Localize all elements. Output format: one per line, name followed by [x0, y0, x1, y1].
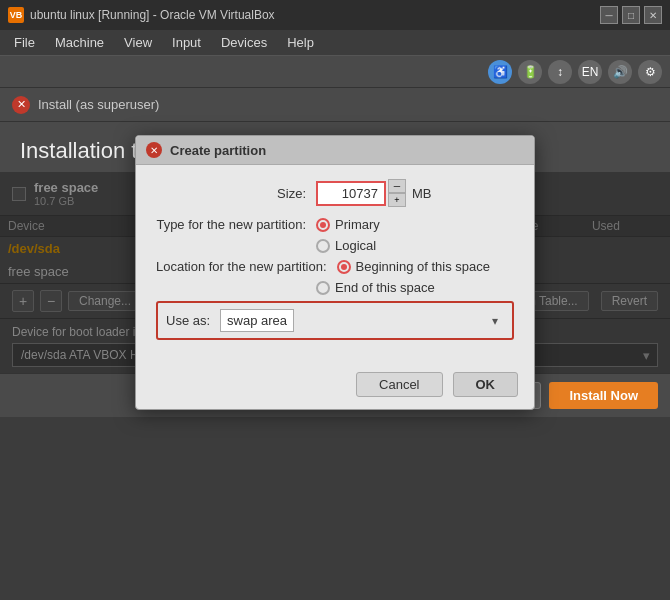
end-row: End of this space — [156, 280, 514, 295]
speaker-icon[interactable]: 🔊 — [608, 60, 632, 84]
radio-end[interactable]: End of this space — [316, 280, 435, 295]
end-radio-icon[interactable] — [316, 281, 330, 295]
keyboard-icon[interactable]: EN — [578, 60, 602, 84]
use-as-select-wrapper[interactable]: swap area — [220, 309, 504, 332]
install-now-button[interactable]: Install Now — [549, 382, 658, 409]
menu-bar: File Machine View Input Devices Help — [0, 30, 670, 56]
radio-primary[interactable]: Primary — [316, 217, 380, 232]
dialog-buttons: Cancel OK — [136, 364, 534, 409]
dialog-content: Size: ─ + MB Type for the new partition:… — [136, 165, 534, 364]
location-row: Location for the new partition: Beginnin… — [156, 259, 514, 274]
beginning-radio-icon[interactable] — [337, 260, 351, 274]
logical-row: Logical — [156, 238, 514, 253]
battery-icon[interactable]: 🔋 — [518, 60, 542, 84]
dialog-overlay: ✕ Create partition Size: ─ + MB Type — [0, 172, 670, 373]
dialog-title: Create partition — [170, 143, 266, 158]
size-unit: MB — [412, 186, 432, 201]
cancel-button[interactable]: Cancel — [356, 372, 442, 397]
dialog-close-button[interactable]: ✕ — [146, 142, 162, 158]
radio-logical[interactable]: Logical — [316, 238, 376, 253]
logical-radio-icon[interactable] — [316, 239, 330, 253]
menu-machine[interactable]: Machine — [45, 33, 114, 52]
radio-beginning[interactable]: Beginning of this space — [337, 259, 490, 274]
menu-file[interactable]: File — [4, 33, 45, 52]
install-header-text: Install (as superuser) — [38, 97, 159, 112]
close-button[interactable]: ✕ — [644, 6, 662, 24]
menu-devices[interactable]: Devices — [211, 33, 277, 52]
network-icon[interactable]: ↕ — [548, 60, 572, 84]
title-bar: VB ubuntu linux [Running] - Oracle VM Vi… — [0, 0, 670, 30]
type-label: Type for the new partition: — [156, 217, 316, 232]
title-bar-left: VB ubuntu linux [Running] - Oracle VM Vi… — [8, 7, 275, 23]
location-label: Location for the new partition: — [156, 259, 337, 274]
logical-label: Logical — [335, 238, 376, 253]
size-increase-button[interactable]: + — [388, 193, 406, 207]
end-label: End of this space — [335, 280, 435, 295]
use-as-select[interactable]: swap area — [220, 309, 294, 332]
size-row: Size: ─ + MB — [156, 179, 514, 207]
menu-help[interactable]: Help — [277, 33, 324, 52]
settings-icon[interactable]: ⚙ — [638, 60, 662, 84]
install-status-icon: ✕ — [12, 96, 30, 114]
app-icon: VB — [8, 7, 24, 23]
beginning-label: Beginning of this space — [356, 259, 490, 274]
use-as-row: Use as: swap area — [156, 301, 514, 340]
dialog-title-bar: ✕ Create partition — [136, 136, 534, 165]
person-icon[interactable]: ♿ — [488, 60, 512, 84]
install-header: ✕ Install (as superuser) — [0, 88, 670, 122]
toolbar: ♿ 🔋 ↕ EN 🔊 ⚙ — [0, 56, 670, 88]
content-area: free space 10.7 GB Device Type Mount Poi… — [0, 172, 670, 373]
window-controls[interactable]: ─ □ ✕ — [600, 6, 662, 24]
ok-button[interactable]: OK — [453, 372, 519, 397]
type-row: Type for the new partition: Primary — [156, 217, 514, 232]
size-decrease-button[interactable]: ─ — [388, 179, 406, 193]
size-label: Size: — [156, 186, 316, 201]
restore-button[interactable]: □ — [622, 6, 640, 24]
window-title: ubuntu linux [Running] - Oracle VM Virtu… — [30, 8, 275, 22]
menu-view[interactable]: View — [114, 33, 162, 52]
create-partition-dialog: ✕ Create partition Size: ─ + MB Type — [135, 135, 535, 410]
primary-radio-icon[interactable] — [316, 218, 330, 232]
size-input[interactable] — [316, 181, 386, 206]
size-controls[interactable]: ─ + — [388, 179, 406, 207]
menu-input[interactable]: Input — [162, 33, 211, 52]
primary-label: Primary — [335, 217, 380, 232]
minimize-button[interactable]: ─ — [600, 6, 618, 24]
use-as-label: Use as: — [166, 313, 220, 328]
